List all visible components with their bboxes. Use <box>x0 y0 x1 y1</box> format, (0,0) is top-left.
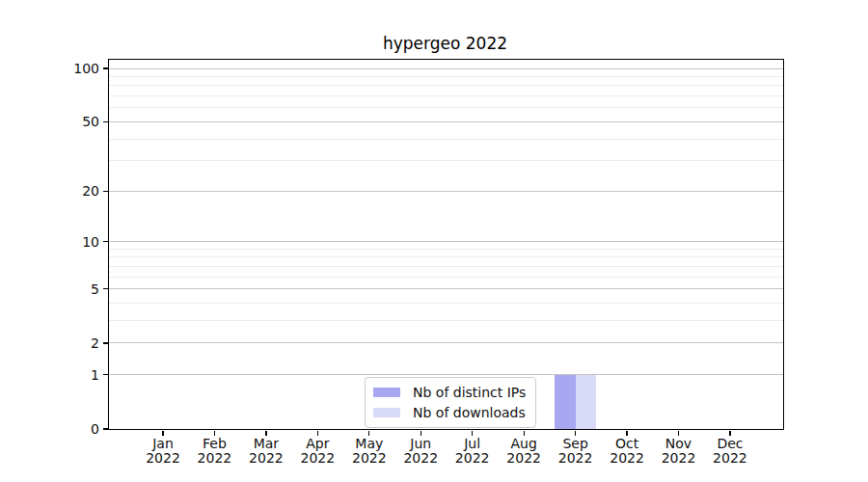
x-tick-month: Jun <box>403 437 438 451</box>
y-tick <box>103 121 108 122</box>
x-tick-month: Dec <box>713 437 747 451</box>
legend-item: Nb of downloads <box>373 404 526 421</box>
x-tick-month: Apr <box>301 437 336 451</box>
y-tick-label: 10 <box>82 235 99 249</box>
x-tick-year: 2022 <box>352 451 387 466</box>
x-tick-month: Feb <box>198 437 232 451</box>
bar-nb-of-distinct-ips <box>555 375 575 429</box>
x-tick-year: 2022 <box>455 451 490 466</box>
x-tick-year: 2022 <box>506 451 541 466</box>
y-tick <box>103 241 108 242</box>
x-tick-year: 2022 <box>713 451 747 466</box>
legend-item: Nb of distinct IPs <box>373 384 526 401</box>
y-gridline-major <box>109 374 783 375</box>
x-tick <box>214 431 215 436</box>
x-tick <box>472 431 473 436</box>
bar-nb-of-downloads <box>576 375 596 429</box>
y-tick-label: 1 <box>91 368 99 382</box>
y-tick-label: 5 <box>91 282 99 296</box>
y-tick <box>103 428 108 429</box>
x-tick-label: Aug2022 <box>506 437 541 466</box>
x-tick-month: Oct <box>610 437 644 451</box>
x-tick-month: Jul <box>455 437 490 451</box>
y-gridline-minor <box>109 277 783 278</box>
x-tick <box>420 431 421 436</box>
y-gridline-minor <box>109 160 783 161</box>
x-tick-month: May <box>352 437 387 451</box>
x-tick <box>317 431 318 436</box>
y-gridline-major <box>109 191 783 192</box>
x-tick <box>265 431 266 436</box>
x-tick-year: 2022 <box>662 451 696 466</box>
legend-swatch-icon <box>373 388 400 397</box>
y-gridline-minor <box>109 320 783 321</box>
x-tick-label: Jan2022 <box>146 437 180 466</box>
y-gridline-minor <box>109 76 783 77</box>
legend: Nb of distinct IPsNb of downloads <box>365 377 536 428</box>
x-tick-label: Feb2022 <box>198 437 232 466</box>
y-tick <box>103 288 108 289</box>
x-tick-label: Jun2022 <box>403 437 438 466</box>
x-tick-label: May2022 <box>352 437 387 466</box>
x-tick <box>729 431 730 436</box>
plot-area: 0125102050100Jan2022Feb2022Mar2022Apr202… <box>108 59 784 430</box>
y-tick <box>103 67 108 68</box>
x-tick-label: Mar2022 <box>249 437 284 466</box>
x-tick-month: Sep <box>558 437 593 451</box>
x-tick-year: 2022 <box>249 451 284 466</box>
x-tick-label: Apr2022 <box>301 437 336 466</box>
x-tick-year: 2022 <box>403 451 438 466</box>
legend-swatch-icon <box>373 408 400 417</box>
x-tick <box>162 431 163 436</box>
x-tick <box>368 431 369 436</box>
x-tick-year: 2022 <box>610 451 644 466</box>
y-tick-label: 50 <box>82 115 99 128</box>
y-gridline-major <box>109 121 783 122</box>
x-tick-month: Jan <box>146 437 180 451</box>
x-tick-label: Dec2022 <box>713 437 747 466</box>
x-tick-label: Nov2022 <box>662 437 696 466</box>
y-tick-label: 100 <box>73 62 99 75</box>
y-tick <box>103 191 108 192</box>
x-tick <box>626 431 627 436</box>
y-gridline-minor <box>109 85 783 86</box>
y-tick-label: 20 <box>82 184 99 198</box>
legend-label: Nb of downloads <box>413 405 526 420</box>
x-tick-label: Jul2022 <box>455 437 490 466</box>
y-gridline-minor <box>109 249 783 250</box>
x-tick <box>524 431 525 436</box>
x-tick-year: 2022 <box>198 451 232 466</box>
y-gridline-major <box>109 68 783 69</box>
x-tick-month: Mar <box>249 437 284 451</box>
y-gridline-minor <box>109 95 783 96</box>
y-gridline-minor <box>109 139 783 140</box>
legend-label: Nb of distinct IPs <box>413 385 526 400</box>
chart-figure: hypergeo 2022 0125102050100Jan2022Feb202… <box>0 0 868 482</box>
y-gridline-major <box>109 241 783 242</box>
y-tick-label: 0 <box>91 422 99 436</box>
y-gridline-major <box>109 288 783 289</box>
y-gridline-minor <box>109 266 783 267</box>
x-tick-year: 2022 <box>146 451 180 466</box>
x-tick <box>575 431 576 436</box>
y-tick-label: 2 <box>91 336 99 350</box>
y-tick <box>103 342 108 343</box>
x-tick-year: 2022 <box>301 451 336 466</box>
y-gridline-minor <box>109 303 783 304</box>
x-tick-label: Sep2022 <box>558 437 593 466</box>
chart-title: hypergeo 2022 <box>108 34 782 53</box>
x-tick-month: Aug <box>506 437 541 451</box>
x-tick-month: Nov <box>662 437 696 451</box>
y-gridline-major <box>109 342 783 343</box>
y-tick <box>103 374 108 375</box>
x-tick-label: Oct2022 <box>610 437 644 466</box>
x-tick <box>678 431 679 436</box>
x-tick-year: 2022 <box>558 451 593 466</box>
y-gridline-minor <box>109 107 783 108</box>
y-gridline-minor <box>109 256 783 257</box>
